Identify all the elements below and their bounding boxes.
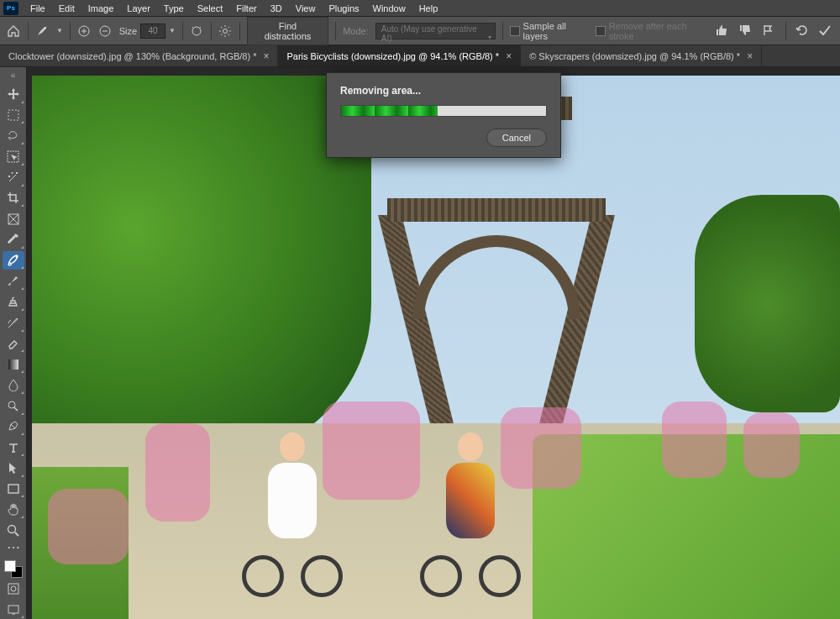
mode-dropdown[interactable]: Auto (May use generative AI) ▾ <box>375 23 496 39</box>
history-brush-tool[interactable] <box>3 313 24 333</box>
brush-tool[interactable] <box>3 271 24 291</box>
menu-bar: Ps File Edit Image Layer Type Select Fil… <box>0 0 840 17</box>
size-input[interactable] <box>140 24 165 39</box>
sample-all-layers-checkbox[interactable]: Sample all layers <box>510 21 589 41</box>
svg-rect-8 <box>8 359 18 370</box>
menu-3d[interactable]: 3D <box>264 2 289 15</box>
menu-type[interactable]: Type <box>157 2 191 15</box>
home-icon[interactable] <box>7 24 21 39</box>
screen-mode-icon[interactable] <box>3 600 24 619</box>
object-select-tool[interactable] <box>3 147 24 166</box>
separator <box>335 22 336 40</box>
thumbs-down-icon[interactable] <box>738 24 753 38</box>
commit-icon[interactable] <box>818 24 833 38</box>
tab-label: © Skyscrapers (downsized).jpg @ 94.1% (R… <box>529 51 740 61</box>
collapse-icon[interactable]: « <box>11 71 16 80</box>
eyedropper-tool[interactable] <box>3 230 24 249</box>
separator <box>239 22 240 40</box>
dodge-tool[interactable] <box>3 396 24 416</box>
brush-settings-icon[interactable] <box>190 24 204 39</box>
separator <box>70 22 71 40</box>
subtract-area-icon[interactable] <box>98 24 113 39</box>
tool-preset-icon[interactable] <box>35 24 50 39</box>
menu-select[interactable]: Select <box>191 2 230 15</box>
selection-mask <box>145 423 210 521</box>
selection-mask <box>662 401 727 478</box>
close-icon[interactable]: × <box>506 50 512 62</box>
selection-mask <box>48 489 129 565</box>
path-select-tool[interactable] <box>3 459 24 478</box>
separator <box>182 22 183 40</box>
separator <box>502 22 503 40</box>
close-icon[interactable]: × <box>747 50 753 62</box>
clone-stamp-tool[interactable] <box>3 292 24 312</box>
menu-filter[interactable]: Filter <box>229 2 263 15</box>
progress-fill <box>341 106 438 116</box>
add-area-icon[interactable] <box>77 24 92 39</box>
selection-mask <box>743 412 800 478</box>
blur-tool[interactable] <box>3 375 24 395</box>
menu-image[interactable]: Image <box>81 2 121 15</box>
magic-wand-tool[interactable] <box>3 168 24 187</box>
remove-stroke-label: Remove after each stroke <box>609 21 708 41</box>
tab-skyscrapers[interactable]: © Skyscrapers (downsized).jpg @ 94.1% (R… <box>521 45 762 66</box>
marquee-tool[interactable] <box>3 106 24 125</box>
tab-paris-bicyclists[interactable]: Paris Bicyclists (downsized).jpg @ 94.1%… <box>278 45 521 66</box>
svg-rect-10 <box>8 485 18 493</box>
menu-layer[interactable]: Layer <box>120 2 157 15</box>
pen-tool[interactable] <box>3 417 24 437</box>
menu-edit[interactable]: Edit <box>52 2 81 15</box>
mode-value: Auto (May use generative AI) <box>381 24 477 43</box>
flag-icon[interactable] <box>762 24 777 38</box>
svg-rect-14 <box>8 606 18 613</box>
edit-toolbar-icon[interactable]: ⋯ <box>3 542 24 553</box>
chevron-down-icon[interactable]: ▼ <box>169 27 176 34</box>
rectangle-tool[interactable] <box>3 480 24 499</box>
type-tool[interactable] <box>3 438 24 457</box>
menu-view[interactable]: View <box>289 2 323 15</box>
svg-point-11 <box>8 525 16 532</box>
menu-window[interactable]: Window <box>366 2 412 15</box>
eraser-tool[interactable] <box>3 334 24 354</box>
menu-file[interactable]: File <box>24 2 52 15</box>
undo-icon[interactable] <box>795 24 810 38</box>
size-label: Size <box>119 26 137 36</box>
chevron-down-icon[interactable]: ▼ <box>56 27 63 34</box>
separator <box>785 22 786 40</box>
thumbs-up-icon[interactable] <box>715 24 730 38</box>
color-swatch[interactable] <box>4 560 23 578</box>
svg-point-3 <box>223 29 228 33</box>
hand-tool[interactable] <box>3 500 24 519</box>
subject-cyclist-1 <box>242 433 343 597</box>
menu-plugins[interactable]: Plugins <box>322 2 365 15</box>
frame-tool[interactable] <box>3 209 24 228</box>
zoom-tool[interactable] <box>3 521 24 540</box>
gear-icon[interactable] <box>218 24 233 39</box>
tab-label: Paris Bicyclists (downsized).jpg @ 94.1%… <box>286 51 499 61</box>
document-tabs: Clocktower (downsized).jpg @ 130% (Backg… <box>0 45 840 67</box>
find-distractions-button[interactable]: Find distractions <box>247 17 328 45</box>
separator <box>28 22 29 40</box>
tab-clocktower[interactable]: Clocktower (downsized).jpg @ 130% (Backg… <box>0 45 278 66</box>
checkbox-icon <box>596 26 605 36</box>
tools-panel: « ⋯ <box>0 67 27 619</box>
separator <box>211 22 212 40</box>
lasso-tool[interactable] <box>3 126 24 145</box>
quick-mask-icon[interactable] <box>3 580 24 599</box>
foreground-color[interactable] <box>4 560 16 572</box>
svg-point-9 <box>8 401 15 408</box>
close-icon[interactable]: × <box>263 50 269 62</box>
remove-tool[interactable] <box>3 251 24 270</box>
gradient-tool[interactable] <box>3 354 24 374</box>
move-tool[interactable] <box>3 85 24 104</box>
crop-tool[interactable] <box>3 189 24 208</box>
sample-label: Sample all layers <box>523 21 590 41</box>
cancel-button[interactable]: Cancel <box>486 129 547 147</box>
menu-help[interactable]: Help <box>412 2 445 15</box>
progress-bar <box>340 105 547 117</box>
svg-point-13 <box>11 586 16 591</box>
mode-label: Mode: <box>343 26 369 36</box>
app-logo: Ps <box>3 2 18 15</box>
svg-rect-12 <box>8 584 18 594</box>
progress-dialog: Removing area... Cancel <box>326 72 561 158</box>
